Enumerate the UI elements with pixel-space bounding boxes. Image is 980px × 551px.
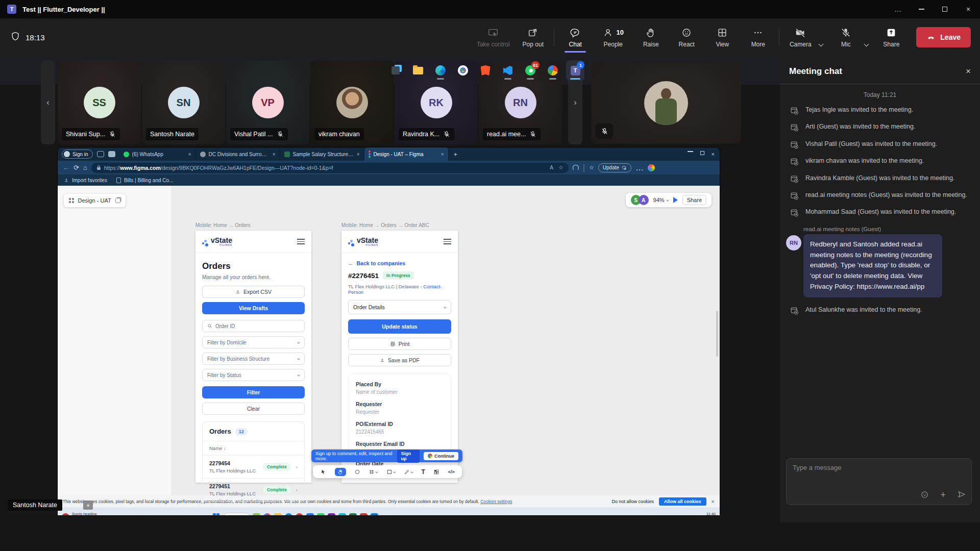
update-status-button[interactable]: Update status: [348, 319, 451, 334]
chat-message-input[interactable]: Type a message +: [786, 458, 972, 505]
browser-minimize-button[interactable]: [688, 151, 693, 152]
raise-hand-button[interactable]: Raise: [633, 21, 669, 54]
tab-actions-icon[interactable]: [108, 151, 115, 157]
figma-frame-orders[interactable]: vStateFILINGS Orders Manage all your ord…: [195, 231, 311, 483]
view-drafts-button[interactable]: View Drafts: [202, 302, 305, 314]
view-button[interactable]: View: [704, 21, 740, 54]
order-details-select[interactable]: Order Details: [348, 300, 451, 314]
window-close-button[interactable]: ×: [957, 0, 980, 18]
more-button[interactable]: More: [740, 21, 776, 54]
react-button[interactable]: React: [669, 21, 704, 54]
window-maximize-button[interactable]: [933, 0, 957, 18]
order-row[interactable]: 2279454TL Flex Holdings LLC Complete ›: [203, 456, 304, 479]
share-button[interactable]: Share: [873, 21, 909, 54]
hamburger-menu-icon[interactable]: [297, 239, 305, 244]
chat-message-bubble[interactable]: Redberyl and Santosh added read.ai meeti…: [803, 234, 942, 298]
import-favorites-button[interactable]: Import favorites: [64, 178, 107, 183]
chevron-right-icon[interactable]: ›: [296, 464, 298, 470]
figma-frame-order-detail[interactable]: vStateFILINGS ←Back to companies #227645…: [341, 231, 458, 483]
collaborator-avatar[interactable]: A: [639, 195, 649, 205]
home-icon[interactable]: ⌂: [83, 164, 87, 171]
hand-tool-icon[interactable]: [335, 468, 346, 476]
window-more-icon[interactable]: …: [886, 0, 910, 18]
add-button[interactable]: +: [83, 500, 93, 510]
duplicate-icon[interactable]: [115, 198, 120, 203]
chat-close-icon[interactable]: ×: [966, 66, 971, 77]
camera-button[interactable]: Camera: [782, 21, 818, 54]
back-icon[interactable]: ←: [63, 164, 69, 171]
pop-out-button[interactable]: Pop out: [515, 21, 551, 54]
print-button[interactable]: Print: [348, 338, 451, 350]
frame-label[interactable]: Mobile: Home → Orders → Order ABC: [341, 222, 429, 228]
workspaces-icon[interactable]: [97, 151, 104, 157]
shape-tool-icon[interactable]: [386, 469, 396, 475]
cookie-settings-link[interactable]: Cookies settings: [480, 499, 512, 504]
back-to-companies-link[interactable]: ←Back to companies: [348, 260, 451, 266]
read-aloud-icon[interactable]: A: [550, 165, 553, 170]
attach-plus-icon[interactable]: +: [940, 490, 946, 500]
browser-close-button[interactable]: ×: [712, 151, 715, 157]
mic-options-chevron-icon[interactable]: [865, 39, 868, 48]
spotlight-participant-tile[interactable]: [591, 62, 741, 144]
tab-close-icon[interactable]: ×: [273, 152, 276, 157]
reload-icon[interactable]: ⟳: [74, 164, 79, 171]
emoji-icon[interactable]: [920, 490, 929, 500]
tab-close-icon[interactable]: ×: [188, 152, 191, 157]
zoom-control[interactable]: 94%: [653, 197, 669, 203]
browser-tab[interactable]: DC Divisions and Surroundings×: [196, 147, 280, 161]
present-icon[interactable]: [673, 197, 678, 203]
copilot-icon[interactable]: [648, 164, 655, 171]
clear-button[interactable]: Clear: [202, 403, 305, 415]
new-tab-button[interactable]: +: [454, 151, 458, 158]
brave-icon[interactable]: [476, 60, 495, 81]
frame-tool-icon[interactable]: [369, 469, 378, 475]
column-header[interactable]: Name ↓: [203, 441, 304, 456]
dev-mode-icon[interactable]: </>: [448, 469, 455, 474]
browser-signin-button[interactable]: Sign in: [62, 149, 93, 159]
vscode-icon[interactable]: [499, 60, 517, 81]
move-tool-icon[interactable]: [320, 469, 326, 475]
favorites-bar-icon[interactable]: ☆: [589, 164, 594, 171]
export-csv-button[interactable]: Export CSV: [202, 286, 305, 298]
mic-button[interactable]: Mic: [828, 21, 864, 54]
participant-tile[interactable]: SN Santosh Narate: [142, 61, 225, 144]
resources-tool-icon[interactable]: [433, 469, 439, 475]
browser-tab-active[interactable]: Design - UAT – Figma×: [364, 147, 449, 161]
canvas-scrollbar[interactable]: [716, 311, 718, 357]
whatsapp-icon[interactable]: 81: [521, 60, 540, 81]
browser-tab[interactable]: Sample Salary Structure with calc×: [280, 147, 364, 161]
filter-domicile-select[interactable]: Filter by Domicile: [202, 336, 305, 348]
leave-button[interactable]: Leave: [916, 27, 971, 47]
pen-tool-icon[interactable]: [404, 469, 413, 475]
browser-restore-button[interactable]: [700, 151, 704, 155]
signup-button[interactable]: Sign up: [397, 449, 420, 463]
task-view-icon[interactable]: [386, 60, 405, 81]
filter-button[interactable]: Filter: [202, 386, 305, 398]
file-explorer-icon[interactable]: [409, 60, 427, 81]
allow-cookies-button[interactable]: Allow all cookies: [659, 497, 706, 506]
participant-tile[interactable]: VP Vishal Patil ...: [226, 61, 309, 144]
chat-button[interactable]: Chat: [557, 21, 593, 54]
send-icon[interactable]: [957, 490, 966, 500]
figma-doc-chip[interactable]: Design - UAT: [64, 194, 126, 207]
chrome-profile-icon[interactable]: [544, 60, 562, 81]
text-tool-icon[interactable]: T: [422, 468, 425, 475]
tab-close-icon[interactable]: ×: [441, 152, 444, 157]
window-minimize-button[interactable]: [910, 0, 933, 18]
favorite-item[interactable]: Bills | Billing and Co...: [116, 178, 174, 183]
filter-status-select[interactable]: Filter by Status: [202, 369, 305, 381]
filter-structure-select[interactable]: Filter by Business Structure: [202, 353, 305, 365]
ellipse-tool-icon[interactable]: [354, 469, 360, 475]
google-continue-button[interactable]: Continue: [424, 452, 458, 460]
browser-update-button[interactable]: Update: [598, 163, 631, 172]
figma-share-button[interactable]: Share: [682, 195, 706, 205]
extensions-icon[interactable]: [573, 165, 579, 171]
edge-icon[interactable]: [431, 60, 450, 81]
deny-cookies-button[interactable]: Do not allow cookies: [611, 499, 654, 504]
participant-tile[interactable]: SS Shivani Sup...: [58, 61, 141, 144]
chevron-right-icon[interactable]: ›: [296, 487, 298, 493]
hamburger-menu-icon[interactable]: [444, 239, 451, 244]
frame-label[interactable]: Mobile: Home → Orders: [195, 222, 251, 228]
chrome-icon[interactable]: [454, 60, 472, 81]
tab-close-icon[interactable]: ×: [357, 152, 360, 157]
